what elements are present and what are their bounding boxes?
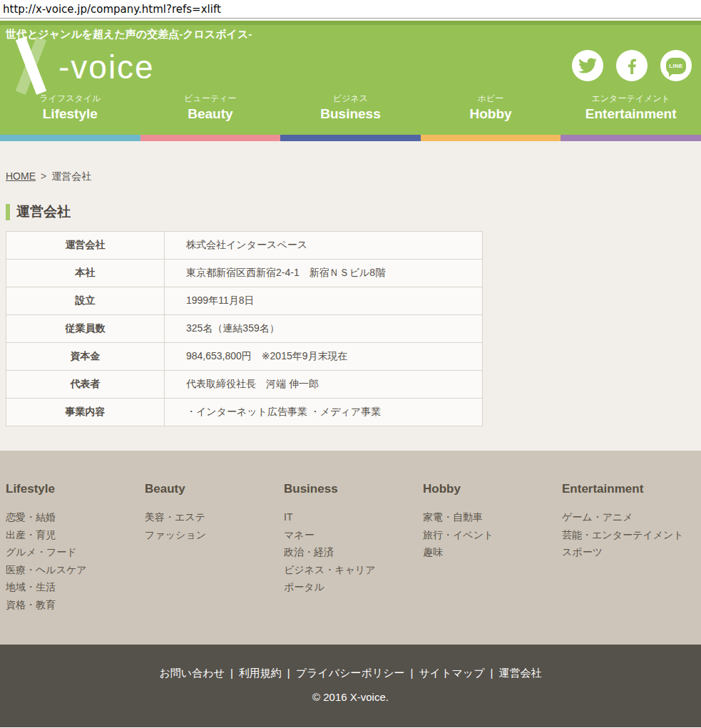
footer-heading: Hobby (423, 482, 562, 496)
nav-bar-entertainment (561, 135, 701, 141)
footer-heading: Business (284, 482, 423, 496)
line-bubble-tail (669, 73, 674, 77)
row-label: 事業内容 (6, 399, 165, 426)
row-value: 株式会社インタースペース (165, 232, 483, 260)
company-info-table: 運営会社 株式会社インタースペース 本社 東京都新宿区西新宿2-4-1 新宿ＮＳ… (6, 231, 483, 426)
nav-label-en: Beauty (140, 105, 281, 123)
bottom-link-terms[interactable]: 利用規約 (239, 667, 282, 679)
bottom-links: お問い合わせ|利用規約|プライバシーポリシー|サイトマップ|運営会社 (0, 667, 701, 680)
logo-row: -voice LINE (0, 41, 701, 91)
main-nav: ライフスタイル Lifestyle ビューティー Beauty ビジネス Bus… (0, 91, 701, 135)
nav-item-beauty[interactable]: ビューティー Beauty (140, 91, 281, 135)
table-row: 事業内容 ・インターネット広告事業 ・メディア事業 (6, 399, 483, 426)
sitemap-footer: Lifestyle 恋愛・結婚 出産・育児 グルメ・フード 医療・ヘルスケア 地… (0, 451, 701, 645)
footer-link[interactable]: 政治・経済 (284, 543, 423, 561)
site-header: 世代とジャンルを超えた声の交差点-クロスボイス- -voice LIN (0, 21, 701, 141)
table-row: 本社 東京都新宿区西新宿2-4-1 新宿ＮＳビル8階 (6, 260, 483, 287)
social-buttons: LINE (572, 50, 692, 81)
footer-heading: Entertainment (562, 482, 701, 496)
footer-link[interactable]: ポータル (284, 578, 423, 596)
line-icon[interactable]: LINE (660, 50, 692, 81)
copyright: © 2016 X-voice. (0, 691, 701, 703)
row-value: 東京都新宿区西新宿2-4-1 新宿ＮＳビル8階 (165, 260, 483, 287)
row-label: 本社 (6, 260, 165, 287)
footer-column-entertainment: Entertainment ゲーム・アニメ 芸能・エンターテイメント スポーツ (562, 482, 701, 645)
table-row: 設立 1999年11月8日 (6, 287, 483, 315)
nav-bar-hobby (421, 135, 561, 141)
bottom-link-sitemap[interactable]: サイトマップ (419, 667, 484, 679)
site-logo-text[interactable]: -voice (58, 51, 155, 83)
footer-link[interactable]: 家電・自動車 (423, 508, 562, 526)
row-value: ・インターネット広告事業 ・メディア事業 (165, 399, 483, 426)
row-value: 325名（連結359名） (165, 315, 483, 343)
bottom-link-privacy[interactable]: プライバシーポリシー (296, 667, 405, 679)
breadcrumb-home-link[interactable]: HOME (6, 170, 36, 182)
row-label: 代表者 (6, 371, 165, 399)
footer-link[interactable]: 美容・エステ (145, 508, 284, 526)
footer-column-lifestyle: Lifestyle 恋愛・結婚 出産・育児 グルメ・フード 医療・ヘルスケア 地… (6, 482, 145, 645)
bottom-link-contact[interactable]: お問い合わせ (160, 667, 225, 679)
breadcrumb-separator: > (41, 170, 46, 182)
table-row: 資本金 984,653,800円 ※2015年9月末現在 (6, 343, 483, 371)
row-label: 運営会社 (6, 232, 165, 260)
nav-bar-lifestyle (0, 135, 140, 141)
footer-link[interactable]: 芸能・エンターテイメント (562, 526, 701, 544)
footer-link[interactable]: 資格・教育 (6, 596, 145, 614)
nav-label-en: Hobby (421, 105, 561, 123)
browser-url-bar[interactable]: http://x-voice.jp/company.html?refs=xlif… (0, 0, 701, 19)
table-row: 運営会社 株式会社インタースペース (6, 232, 483, 260)
footer-link[interactable]: 医療・ヘルスケア (6, 561, 145, 579)
nav-label-jp: ビューティー (140, 93, 281, 105)
bottom-link-separator: | (411, 667, 414, 679)
line-bubble-glyph: LINE (666, 58, 686, 74)
breadcrumb: HOME>運営会社 (6, 141, 695, 183)
nav-item-business[interactable]: ビジネス Business (280, 91, 421, 135)
page-title: 運営会社 (6, 202, 695, 221)
footer-link[interactable]: 地域・生活 (6, 578, 145, 596)
footer-link[interactable]: ファッション (145, 526, 284, 544)
footer-link[interactable]: ビジネス・キャリア (284, 561, 423, 579)
row-value: 1999年11月8日 (165, 287, 483, 315)
line-label: LINE (669, 63, 682, 69)
footer-column-business: Business IT マネー 政治・経済 ビジネス・キャリア ポータル (284, 482, 423, 645)
footer-column-beauty: Beauty 美容・エステ ファッション (145, 482, 284, 645)
row-value: 984,653,800円 ※2015年9月末現在 (165, 343, 483, 371)
nav-item-hobby[interactable]: ホビー Hobby (421, 91, 561, 135)
twitter-icon[interactable] (572, 50, 603, 81)
footer-link[interactable]: 恋愛・結婚 (6, 508, 145, 526)
nav-item-lifestyle[interactable]: ライフスタイル Lifestyle (0, 91, 140, 135)
row-label: 設立 (6, 287, 165, 315)
nav-label-en: Entertainment (561, 105, 701, 123)
footer-link[interactable]: 趣味 (423, 543, 562, 561)
site-tagline: 世代とジャンルを超えた声の交差点-クロスボイス- (0, 25, 701, 41)
footer-link[interactable]: 出産・育児 (6, 526, 145, 544)
footer-column-hobby: Hobby 家電・自動車 旅行・イベント 趣味 (423, 482, 562, 645)
bottom-link-separator: | (491, 667, 493, 679)
footer-link[interactable]: ゲーム・アニメ (562, 508, 701, 526)
row-label: 従業員数 (6, 315, 165, 343)
breadcrumb-current: 運営会社 (51, 170, 91, 182)
nav-item-entertainment[interactable]: エンターテイメント Entertainment (561, 91, 701, 135)
facebook-icon[interactable] (616, 50, 648, 81)
footer-link[interactable]: スポーツ (562, 543, 701, 561)
twitter-bird-glyph (578, 56, 597, 75)
footer-link[interactable]: マネー (284, 526, 423, 544)
footer-heading: Beauty (145, 482, 284, 496)
footer-heading: Lifestyle (6, 482, 145, 496)
nav-label-en: Business (280, 105, 421, 123)
nav-bar-business (280, 135, 421, 141)
row-value: 代表取締役社長 河端 伸一郎 (165, 371, 483, 399)
footer-link[interactable]: IT (284, 508, 423, 526)
footer-link[interactable]: 旅行・イベント (423, 526, 562, 544)
bottom-link-separator: | (230, 667, 233, 679)
page-title-text: 運営会社 (16, 202, 71, 221)
row-label: 資本金 (6, 343, 165, 371)
title-accent-bar (6, 204, 10, 220)
x-voice-logo-mark[interactable] (6, 41, 57, 90)
facebook-f-glyph (623, 56, 641, 75)
bottom-link-company[interactable]: 運営会社 (498, 667, 541, 679)
main-content: HOME>運営会社 運営会社 運営会社 株式会社インタースペース 本社 東京都新… (0, 141, 701, 451)
footer-link[interactable]: グルメ・フード (6, 543, 145, 561)
nav-label-en: Lifestyle (0, 105, 140, 123)
nav-label-jp: ホビー (421, 93, 561, 105)
